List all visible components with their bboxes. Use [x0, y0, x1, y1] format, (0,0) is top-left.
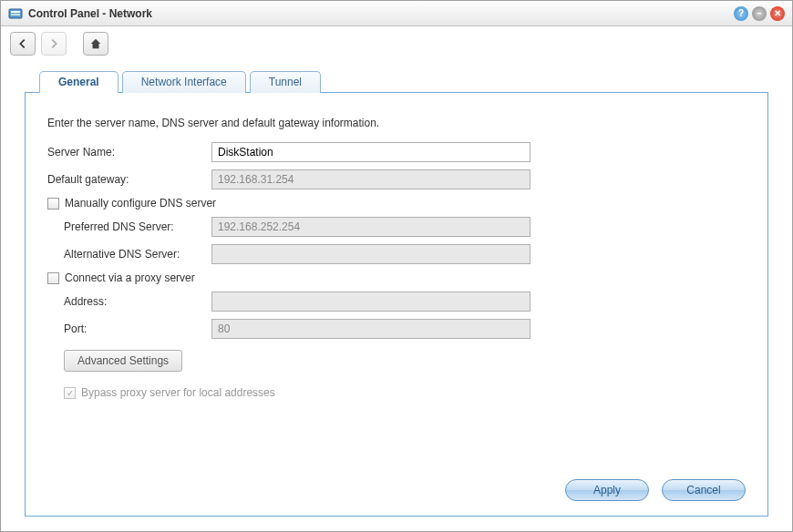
home-icon	[89, 37, 102, 50]
nav-toolbar	[1, 26, 792, 61]
svg-rect-1	[11, 11, 20, 13]
panel-body: Enter the server name, DNS server and de…	[47, 117, 746, 468]
row-alt-dns: Alternative DNS Server:	[47, 244, 746, 264]
default-gateway-label: Default gateway:	[47, 173, 211, 186]
back-button[interactable]	[10, 32, 36, 56]
server-name-input[interactable]	[211, 142, 530, 162]
manual-dns-label: Manually configure DNS server	[65, 197, 216, 210]
preferred-dns-label: Preferred DNS Server:	[64, 220, 211, 233]
server-name-label: Server Name:	[47, 146, 211, 159]
svg-rect-2	[11, 14, 20, 15]
window-title: Control Panel - Network	[28, 7, 734, 20]
proxy-address-input	[211, 292, 530, 312]
tab-strip: General Network Interface Tunnel	[25, 70, 768, 92]
alt-dns-label: Alternative DNS Server:	[64, 248, 211, 261]
default-gateway-input	[211, 169, 530, 189]
row-server-name: Server Name:	[47, 142, 746, 162]
row-proxy-address: Address:	[47, 292, 746, 312]
proxy-checkbox[interactable]	[47, 272, 59, 284]
row-proxy-port: Port:	[47, 319, 746, 339]
row-manual-dns: Manually configure DNS server	[47, 197, 746, 210]
proxy-port-label: Port:	[64, 322, 211, 335]
alt-dns-input	[211, 244, 530, 264]
bypass-label: Bypass proxy server for local addresses	[81, 386, 275, 399]
help-icon[interactable]: ?	[734, 6, 748, 21]
footer: Apply Cancel	[47, 468, 746, 501]
panel-general: Enter the server name, DNS server and de…	[25, 92, 768, 517]
window-controls: ? – ✕	[734, 6, 785, 21]
arrow-left-icon	[16, 37, 29, 50]
proxy-label: Connect via a proxy server	[65, 271, 195, 284]
app-icon	[8, 6, 23, 21]
row-proxy: Connect via a proxy server	[47, 271, 746, 284]
row-preferred-dns: Preferred DNS Server:	[47, 217, 746, 237]
arrow-right-icon	[47, 37, 60, 50]
bypass-checkbox	[64, 387, 76, 399]
row-default-gateway: Default gateway:	[47, 169, 746, 189]
preferred-dns-input	[211, 217, 530, 237]
minimize-icon[interactable]: –	[752, 6, 767, 21]
proxy-address-label: Address:	[64, 295, 211, 308]
forward-button[interactable]	[41, 32, 67, 56]
window: Control Panel - Network ? – ✕ General Ne…	[0, 0, 793, 532]
content: General Network Interface Tunnel Enter t…	[1, 61, 792, 531]
row-bypass: Bypass proxy server for local addresses	[64, 386, 746, 399]
tab-tunnel[interactable]: Tunnel	[250, 71, 321, 93]
apply-button[interactable]: Apply	[565, 479, 649, 501]
panel-description: Enter the server name, DNS server and de…	[47, 117, 746, 129]
tab-network-interface[interactable]: Network Interface	[122, 71, 246, 93]
advanced-settings-button[interactable]: Advanced Settings	[64, 350, 182, 372]
titlebar: Control Panel - Network ? – ✕	[1, 1, 792, 26]
tab-general[interactable]: General	[39, 71, 118, 93]
manual-dns-checkbox[interactable]	[47, 198, 59, 210]
cancel-button[interactable]: Cancel	[662, 479, 746, 501]
home-button[interactable]	[83, 32, 108, 56]
close-icon[interactable]: ✕	[770, 6, 785, 21]
proxy-port-input	[211, 319, 530, 339]
